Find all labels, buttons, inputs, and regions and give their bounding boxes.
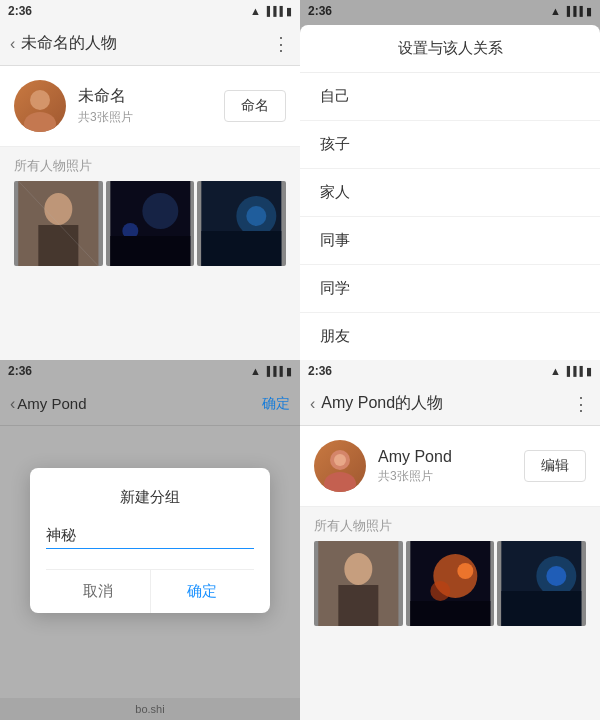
avatar-br: [314, 440, 366, 492]
avatar-image-br: [314, 440, 366, 492]
photo-thumb-1[interactable]: [14, 181, 103, 266]
more-menu-tl[interactable]: ⋮: [272, 33, 290, 55]
svg-rect-30: [502, 591, 582, 626]
svg-point-0: [30, 90, 50, 110]
section-label-tl: 所有人物照片: [0, 147, 300, 181]
confirm-dialog-button-bl[interactable]: 确定: [151, 570, 255, 613]
signal-icon-br: ▐▐▐: [564, 366, 583, 376]
photo-thumb-2[interactable]: [106, 181, 195, 266]
avatar-tl: [14, 80, 66, 132]
status-icons-br: ▲ ▐▐▐ ▮: [550, 365, 592, 378]
wifi-icon-br: ▲: [550, 365, 561, 377]
person-name-tl: 未命名: [78, 86, 224, 107]
dialog-overlay-bl: 新建分组 取消 确定: [0, 360, 300, 720]
relation-item-2[interactable]: 家人: [300, 169, 600, 217]
photo-br-1[interactable]: [314, 541, 403, 626]
panel-relationship: 2:36 ▲ ▐▐▐ ▮ ‹ 确定 设置与该人关系 自己 孩子 家人 同事 同学…: [300, 0, 600, 360]
relation-item-3[interactable]: 同事: [300, 217, 600, 265]
status-bar-tl: 2:36 ▲ ▐▐▐ ▮: [0, 0, 300, 22]
svg-rect-14: [202, 231, 282, 266]
nav-bar-tl: ‹ 未命名的人物 ⋮: [0, 22, 300, 66]
svg-rect-11: [110, 236, 190, 266]
panel-new-group: 2:36 ▲ ▐▐▐ ▮ ‹ 确定 新建分组 取消 确定 bo.shi: [0, 360, 300, 720]
relation-item-1[interactable]: 孩子: [300, 121, 600, 169]
svg-point-1: [24, 112, 56, 132]
svg-point-27: [457, 563, 473, 579]
person-card-br: Amy Pond 共3张照片 编辑: [300, 426, 600, 507]
person-name-br: Amy Pond: [378, 448, 524, 466]
svg-point-15: [247, 206, 267, 226]
back-chevron-icon: ‹: [10, 35, 15, 53]
modal-overlay-tr: 设置与该人关系 自己 孩子 家人 同事 同学 朋友: [300, 0, 600, 360]
back-chevron-icon-br: ‹: [310, 395, 315, 413]
status-bar-br: 2:36 ▲ ▐▐▐ ▮: [300, 360, 600, 382]
page-title-br: Amy Pond的人物: [321, 393, 572, 414]
photo-br-2[interactable]: [406, 541, 495, 626]
new-group-dialog: 新建分组 取消 确定: [30, 468, 270, 613]
dialog-actions-bl: 取消 确定: [46, 569, 254, 613]
photo-grid-tl: [0, 181, 300, 266]
back-button-tl[interactable]: ‹: [10, 35, 17, 53]
relation-item-4[interactable]: 同学: [300, 265, 600, 313]
svg-point-31: [547, 566, 567, 586]
status-icons-tl: ▲ ▐▐▐ ▮: [250, 5, 292, 18]
relation-item-0[interactable]: 自己: [300, 73, 600, 121]
back-button-br[interactable]: ‹: [310, 395, 317, 413]
name-button[interactable]: 命名: [224, 90, 286, 122]
svg-point-8: [142, 193, 178, 229]
page-title-tl: 未命名的人物: [21, 33, 272, 54]
svg-point-17: [324, 472, 356, 492]
nav-bar-br: ‹ Amy Pond的人物 ⋮: [300, 382, 600, 426]
wifi-icon: ▲: [250, 5, 261, 17]
relation-item-5[interactable]: 朋友: [300, 313, 600, 360]
section-label-br: 所有人物照片: [300, 507, 600, 541]
svg-point-18: [334, 454, 346, 466]
modal-title-tr: 设置与该人关系: [300, 25, 600, 73]
status-time-br: 2:36: [308, 364, 332, 378]
svg-rect-26: [410, 601, 490, 626]
svg-point-25: [430, 581, 450, 601]
photo-br-3[interactable]: [497, 541, 586, 626]
cancel-button-bl[interactable]: 取消: [46, 570, 151, 613]
more-menu-br[interactable]: ⋮: [572, 393, 590, 415]
svg-rect-22: [318, 541, 398, 626]
status-time-tl: 2:36: [8, 4, 32, 18]
photo-grid-br: [300, 541, 600, 626]
avatar-image-tl: [14, 80, 66, 132]
person-count-br: 共3张照片: [378, 468, 524, 485]
edit-button-br[interactable]: 编辑: [524, 450, 586, 482]
battery-icon: ▮: [286, 5, 292, 18]
person-info-br: Amy Pond 共3张照片: [378, 448, 524, 485]
group-name-input[interactable]: [46, 523, 254, 549]
person-card-tl: 未命名 共3张照片 命名: [0, 66, 300, 147]
panel-unnamed-person: 2:36 ▲ ▐▐▐ ▮ ‹ 未命名的人物 ⋮ 未命名 共3张照片 命名 所有人…: [0, 0, 300, 360]
person-info-tl: 未命名 共3张照片: [78, 86, 224, 126]
panel-amy-pond: 2:36 ▲ ▐▐▐ ▮ ‹ Amy Pond的人物 ⋮ Amy Pond 共3…: [300, 360, 600, 720]
dialog-title-bl: 新建分组: [46, 488, 254, 507]
person-count-tl: 共3张照片: [78, 109, 224, 126]
photo-thumb-3[interactable]: [197, 181, 286, 266]
battery-icon-br: ▮: [586, 365, 592, 378]
relationship-sheet: 设置与该人关系 自己 孩子 家人 同事 同学 朋友: [300, 25, 600, 360]
signal-icon: ▐▐▐: [264, 6, 283, 16]
